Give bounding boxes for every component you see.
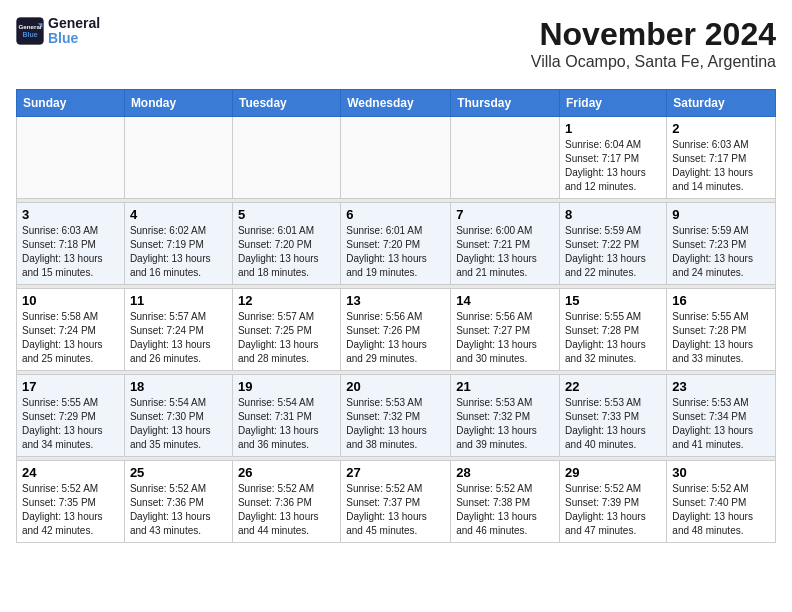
day-info: Sunrise: 5:56 AM Sunset: 7:26 PM Dayligh… bbox=[346, 310, 445, 366]
calendar-cell: 3Sunrise: 6:03 AM Sunset: 7:18 PM Daylig… bbox=[17, 203, 125, 285]
location-title: Villa Ocampo, Santa Fe, Argentina bbox=[531, 53, 776, 71]
calendar-cell: 13Sunrise: 5:56 AM Sunset: 7:26 PM Dayli… bbox=[341, 289, 451, 371]
day-info: Sunrise: 5:52 AM Sunset: 7:36 PM Dayligh… bbox=[238, 482, 335, 538]
calendar-cell: 27Sunrise: 5:52 AM Sunset: 7:37 PM Dayli… bbox=[341, 461, 451, 543]
day-info: Sunrise: 5:53 AM Sunset: 7:34 PM Dayligh… bbox=[672, 396, 770, 452]
header-thursday: Thursday bbox=[451, 90, 560, 117]
day-number: 7 bbox=[456, 207, 554, 222]
calendar-cell bbox=[341, 117, 451, 199]
calendar-cell: 17Sunrise: 5:55 AM Sunset: 7:29 PM Dayli… bbox=[17, 375, 125, 457]
calendar-cell: 1Sunrise: 6:04 AM Sunset: 7:17 PM Daylig… bbox=[560, 117, 667, 199]
calendar-cell bbox=[451, 117, 560, 199]
day-info: Sunrise: 5:52 AM Sunset: 7:38 PM Dayligh… bbox=[456, 482, 554, 538]
day-number: 2 bbox=[672, 121, 770, 136]
day-number: 20 bbox=[346, 379, 445, 394]
week-row-4: 17Sunrise: 5:55 AM Sunset: 7:29 PM Dayli… bbox=[17, 375, 776, 457]
day-number: 11 bbox=[130, 293, 227, 308]
day-info: Sunrise: 6:04 AM Sunset: 7:17 PM Dayligh… bbox=[565, 138, 661, 194]
day-number: 16 bbox=[672, 293, 770, 308]
day-number: 6 bbox=[346, 207, 445, 222]
day-info: Sunrise: 6:01 AM Sunset: 7:20 PM Dayligh… bbox=[238, 224, 335, 280]
day-number: 8 bbox=[565, 207, 661, 222]
calendar-table: Sunday Monday Tuesday Wednesday Thursday… bbox=[16, 89, 776, 543]
day-number: 19 bbox=[238, 379, 335, 394]
day-number: 5 bbox=[238, 207, 335, 222]
day-number: 17 bbox=[22, 379, 119, 394]
day-info: Sunrise: 5:53 AM Sunset: 7:32 PM Dayligh… bbox=[346, 396, 445, 452]
day-info: Sunrise: 5:54 AM Sunset: 7:31 PM Dayligh… bbox=[238, 396, 335, 452]
day-number: 22 bbox=[565, 379, 661, 394]
calendar-cell: 22Sunrise: 5:53 AM Sunset: 7:33 PM Dayli… bbox=[560, 375, 667, 457]
day-number: 30 bbox=[672, 465, 770, 480]
logo-icon: General Blue bbox=[16, 17, 44, 45]
day-number: 9 bbox=[672, 207, 770, 222]
day-info: Sunrise: 5:55 AM Sunset: 7:28 PM Dayligh… bbox=[565, 310, 661, 366]
calendar-cell: 8Sunrise: 5:59 AM Sunset: 7:22 PM Daylig… bbox=[560, 203, 667, 285]
week-row-2: 3Sunrise: 6:03 AM Sunset: 7:18 PM Daylig… bbox=[17, 203, 776, 285]
calendar-cell bbox=[124, 117, 232, 199]
day-info: Sunrise: 6:03 AM Sunset: 7:18 PM Dayligh… bbox=[22, 224, 119, 280]
header-sunday: Sunday bbox=[17, 90, 125, 117]
calendar-cell: 5Sunrise: 6:01 AM Sunset: 7:20 PM Daylig… bbox=[232, 203, 340, 285]
calendar-cell: 7Sunrise: 6:00 AM Sunset: 7:21 PM Daylig… bbox=[451, 203, 560, 285]
day-info: Sunrise: 5:57 AM Sunset: 7:25 PM Dayligh… bbox=[238, 310, 335, 366]
day-info: Sunrise: 5:53 AM Sunset: 7:33 PM Dayligh… bbox=[565, 396, 661, 452]
day-number: 29 bbox=[565, 465, 661, 480]
day-info: Sunrise: 6:00 AM Sunset: 7:21 PM Dayligh… bbox=[456, 224, 554, 280]
day-info: Sunrise: 5:57 AM Sunset: 7:24 PM Dayligh… bbox=[130, 310, 227, 366]
day-number: 15 bbox=[565, 293, 661, 308]
calendar-cell: 29Sunrise: 5:52 AM Sunset: 7:39 PM Dayli… bbox=[560, 461, 667, 543]
logo-line2: Blue bbox=[48, 31, 100, 46]
header-wednesday: Wednesday bbox=[341, 90, 451, 117]
calendar-cell: 21Sunrise: 5:53 AM Sunset: 7:32 PM Dayli… bbox=[451, 375, 560, 457]
day-info: Sunrise: 5:54 AM Sunset: 7:30 PM Dayligh… bbox=[130, 396, 227, 452]
calendar-cell: 4Sunrise: 6:02 AM Sunset: 7:19 PM Daylig… bbox=[124, 203, 232, 285]
day-info: Sunrise: 5:59 AM Sunset: 7:22 PM Dayligh… bbox=[565, 224, 661, 280]
day-number: 23 bbox=[672, 379, 770, 394]
day-info: Sunrise: 5:59 AM Sunset: 7:23 PM Dayligh… bbox=[672, 224, 770, 280]
day-info: Sunrise: 5:52 AM Sunset: 7:36 PM Dayligh… bbox=[130, 482, 227, 538]
day-info: Sunrise: 6:01 AM Sunset: 7:20 PM Dayligh… bbox=[346, 224, 445, 280]
calendar-cell: 16Sunrise: 5:55 AM Sunset: 7:28 PM Dayli… bbox=[667, 289, 776, 371]
week-row-3: 10Sunrise: 5:58 AM Sunset: 7:24 PM Dayli… bbox=[17, 289, 776, 371]
day-number: 14 bbox=[456, 293, 554, 308]
title-section: November 2024 Villa Ocampo, Santa Fe, Ar… bbox=[531, 16, 776, 79]
svg-text:Blue: Blue bbox=[22, 32, 37, 39]
calendar-cell bbox=[17, 117, 125, 199]
calendar-cell: 2Sunrise: 6:03 AM Sunset: 7:17 PM Daylig… bbox=[667, 117, 776, 199]
month-title: November 2024 bbox=[531, 16, 776, 53]
day-info: Sunrise: 5:58 AM Sunset: 7:24 PM Dayligh… bbox=[22, 310, 119, 366]
calendar-cell: 20Sunrise: 5:53 AM Sunset: 7:32 PM Dayli… bbox=[341, 375, 451, 457]
calendar-cell: 18Sunrise: 5:54 AM Sunset: 7:30 PM Dayli… bbox=[124, 375, 232, 457]
logo: General Blue General Blue bbox=[16, 16, 100, 47]
day-number: 27 bbox=[346, 465, 445, 480]
calendar-cell: 6Sunrise: 6:01 AM Sunset: 7:20 PM Daylig… bbox=[341, 203, 451, 285]
calendar-cell: 14Sunrise: 5:56 AM Sunset: 7:27 PM Dayli… bbox=[451, 289, 560, 371]
day-info: Sunrise: 5:56 AM Sunset: 7:27 PM Dayligh… bbox=[456, 310, 554, 366]
week-row-1: 1Sunrise: 6:04 AM Sunset: 7:17 PM Daylig… bbox=[17, 117, 776, 199]
calendar-cell: 30Sunrise: 5:52 AM Sunset: 7:40 PM Dayli… bbox=[667, 461, 776, 543]
day-number: 13 bbox=[346, 293, 445, 308]
day-number: 28 bbox=[456, 465, 554, 480]
day-number: 12 bbox=[238, 293, 335, 308]
calendar-cell: 15Sunrise: 5:55 AM Sunset: 7:28 PM Dayli… bbox=[560, 289, 667, 371]
calendar-cell: 11Sunrise: 5:57 AM Sunset: 7:24 PM Dayli… bbox=[124, 289, 232, 371]
day-info: Sunrise: 5:52 AM Sunset: 7:37 PM Dayligh… bbox=[346, 482, 445, 538]
header-row: Sunday Monday Tuesday Wednesday Thursday… bbox=[17, 90, 776, 117]
day-number: 10 bbox=[22, 293, 119, 308]
day-number: 1 bbox=[565, 121, 661, 136]
calendar-cell: 25Sunrise: 5:52 AM Sunset: 7:36 PM Dayli… bbox=[124, 461, 232, 543]
header-tuesday: Tuesday bbox=[232, 90, 340, 117]
calendar-cell: 26Sunrise: 5:52 AM Sunset: 7:36 PM Dayli… bbox=[232, 461, 340, 543]
day-number: 21 bbox=[456, 379, 554, 394]
calendar-cell: 24Sunrise: 5:52 AM Sunset: 7:35 PM Dayli… bbox=[17, 461, 125, 543]
logo-line1: General bbox=[48, 16, 100, 31]
header-saturday: Saturday bbox=[667, 90, 776, 117]
day-number: 4 bbox=[130, 207, 227, 222]
day-number: 18 bbox=[130, 379, 227, 394]
calendar-cell: 10Sunrise: 5:58 AM Sunset: 7:24 PM Dayli… bbox=[17, 289, 125, 371]
header-monday: Monday bbox=[124, 90, 232, 117]
svg-text:General: General bbox=[18, 24, 41, 31]
calendar-cell: 23Sunrise: 5:53 AM Sunset: 7:34 PM Dayli… bbox=[667, 375, 776, 457]
header-friday: Friday bbox=[560, 90, 667, 117]
